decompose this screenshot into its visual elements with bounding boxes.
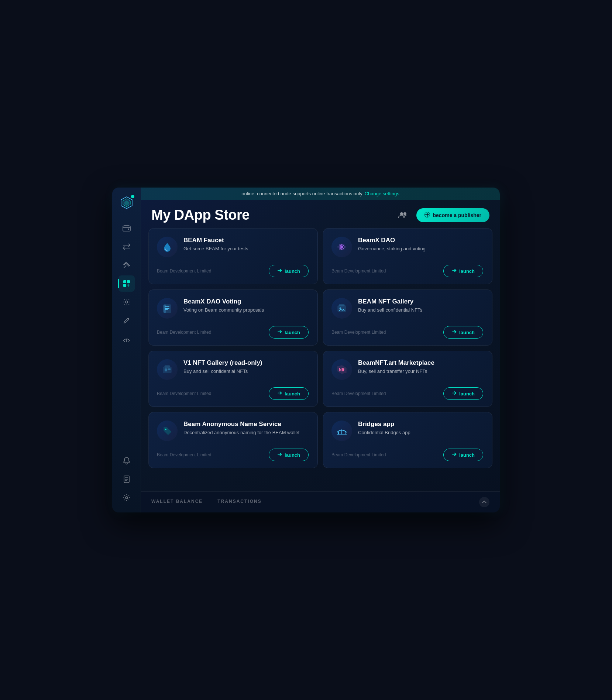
dapp-card-header: BeamX DAO Governance, staking and voting — [331, 237, 483, 257]
dapp-name-beam-nft-gallery: BEAM NFT Gallery — [358, 298, 483, 305]
launch-icon-beam-name-service — [277, 452, 282, 458]
launch-button-beamx-dao-voting[interactable]: launch — [269, 326, 309, 339]
svg-rect-4 — [128, 229, 129, 230]
dapp-footer-beamnft-art: Beam Development Limited launch — [331, 387, 483, 400]
dapp-name-v1-nft-gallery: V1 NFT Gallery (read-only) — [183, 359, 309, 367]
launch-button-beam-nft-gallery[interactable]: launch — [443, 326, 483, 339]
launch-icon-beamx-dao — [452, 268, 457, 274]
svg-rect-19 — [339, 304, 344, 306]
sidebar-item-sign[interactable] — [118, 312, 135, 329]
publisher-btn-label: become a publisher — [433, 212, 481, 218]
become-publisher-button[interactable]: become a publisher — [416, 208, 489, 222]
app-wrapper: online: connected node supports online t… — [112, 188, 500, 512]
dapp-desc-v1-nft-gallery: Buy and sell confidential NFTs — [183, 368, 309, 375]
dapp-desc-beam-name-service: Decentralized anonymous naming for the B… — [183, 429, 309, 436]
dapp-info-bridges-app: Bridges app Confidential Bridges app — [358, 421, 483, 436]
header-actions: become a publisher — [396, 208, 489, 223]
dapp-icon-beamx-dao-voting — [157, 298, 178, 319]
dapp-card-bridges-app: Bridges app Confidential Bridges app Bea… — [323, 412, 492, 468]
status-text: online: connected node supports online t… — [241, 191, 362, 196]
dapp-icon-beamx-dao — [331, 237, 352, 257]
dapp-footer-v1-nft-gallery: Beam Development Limited launch — [157, 387, 309, 400]
svg-rect-22 — [165, 366, 170, 367]
svg-point-20 — [340, 308, 341, 309]
dapp-name-beamx-dao: BeamX DAO — [358, 237, 483, 244]
app-logo — [118, 194, 135, 211]
dapp-icon-beam-name-service — [157, 421, 178, 441]
svg-marker-25 — [337, 366, 346, 374]
sidebar-item-atomic-swap[interactable] — [118, 257, 135, 273]
svg-point-12 — [403, 212, 406, 215]
sidebar-item-settings[interactable] — [118, 294, 135, 310]
dapp-card-beam-faucet: BEAM Faucet Get some BEAM for your tests… — [148, 228, 318, 284]
dapp-icon-beam-nft-gallery — [331, 298, 352, 319]
svg-point-11 — [400, 212, 403, 215]
dapp-desc-bridges-app: Confidential Bridges app — [358, 429, 483, 436]
dapp-card-beamx-dao: BeamX DAO Governance, staking and voting… — [323, 228, 492, 284]
launch-button-beam-name-service[interactable]: launch — [269, 449, 309, 461]
online-indicator — [131, 195, 134, 198]
sidebar — [112, 188, 141, 512]
svg-point-10 — [126, 497, 128, 499]
sidebar-item-report[interactable] — [118, 471, 135, 487]
page-title: My DApp Store — [151, 207, 250, 223]
launch-button-beamnft-art[interactable]: launch — [443, 387, 483, 400]
launch-button-beam-faucet[interactable]: launch — [269, 265, 309, 277]
launch-button-beamx-dao[interactable]: launch — [443, 265, 483, 277]
dapp-publisher-beam-name-service: Beam Development Limited — [157, 452, 211, 457]
dapp-card-header: BeamNFT.art Marketplace Buy, sell and tr… — [331, 359, 483, 380]
sidebar-item-app-settings[interactable] — [118, 490, 135, 506]
launch-button-v1-nft-gallery[interactable]: launch — [269, 387, 309, 400]
sidebar-item-swap[interactable] — [118, 239, 135, 255]
sidebar-item-wallet[interactable] — [118, 220, 135, 236]
dapp-footer-beamx-dao-voting: Beam Development Limited launch — [157, 326, 309, 339]
sidebar-item-dapp-store[interactable] — [118, 275, 135, 292]
dapp-name-beam-name-service: Beam Anonymous Name Service — [183, 421, 309, 428]
launch-icon-beamx-dao-voting — [277, 329, 282, 335]
dapp-footer-beamx-dao: Beam Development Limited launch — [331, 265, 483, 277]
change-settings-link[interactable]: Change settings — [365, 191, 399, 196]
people-icon-button[interactable] — [396, 208, 410, 223]
dapp-card-beamx-dao-voting: BeamX DAO Voting Voting on Beam communit… — [148, 289, 318, 346]
svg-rect-3 — [123, 226, 130, 231]
svg-rect-7 — [123, 284, 126, 287]
dapp-name-bridges-app: Bridges app — [358, 421, 483, 428]
dapp-info-beam-faucet: BEAM Faucet Get some BEAM for your tests — [183, 237, 309, 253]
tab-transactions[interactable]: TRANSACTIONS — [217, 499, 261, 505]
collapse-button[interactable] — [479, 497, 489, 507]
dapp-publisher-beam-nft-gallery: Beam Development Limited — [331, 330, 386, 335]
launch-icon-beamnft-art — [452, 391, 457, 397]
dapp-desc-beam-faucet: Get some BEAM for your tests — [183, 246, 309, 253]
dapp-card-header: BEAM NFT Gallery Buy and sell confidenti… — [331, 298, 483, 319]
dapp-icon-v1-nft-gallery — [157, 359, 178, 380]
dapp-publisher-beam-faucet: Beam Development Limited — [157, 268, 211, 274]
dapp-publisher-beamx-dao-voting: Beam Development Limited — [157, 330, 211, 335]
sidebar-item-bridge[interactable] — [118, 331, 135, 347]
dapp-desc-beamx-dao: Governance, staking and voting — [358, 246, 483, 253]
page-header: My DApp Store become a publisher — [141, 200, 500, 228]
dapp-footer-beam-faucet: Beam Development Limited launch — [157, 265, 309, 277]
dapp-card-header: Bridges app Confidential Bridges app — [331, 421, 483, 441]
dapp-card-beam-name-service: Beam Anonymous Name Service Decentralize… — [148, 412, 318, 468]
dapp-publisher-bridges-app: Beam Development Limited — [331, 452, 386, 457]
svg-point-14 — [340, 246, 343, 248]
main-content: online: connected node supports online t… — [141, 188, 500, 512]
dapp-info-v1-nft-gallery: V1 NFT Gallery (read-only) Buy and sell … — [183, 359, 309, 375]
launch-icon-v1-nft-gallery — [277, 391, 282, 397]
dapp-footer-beam-name-service: Beam Development Limited launch — [157, 449, 309, 461]
dapp-card-header: Beam Anonymous Name Service Decentralize… — [157, 421, 309, 441]
dapp-card-v1-nft-gallery: V1 NFT Gallery (read-only) Buy and sell … — [148, 351, 318, 407]
tab-wallet-balance[interactable]: WALLET BALANCE — [151, 499, 203, 505]
dapp-name-beamx-dao-voting: BeamX DAO Voting — [183, 298, 309, 305]
dapp-card-header: BEAM Faucet Get some BEAM for your tests — [157, 237, 309, 257]
dapp-info-beam-name-service: Beam Anonymous Name Service Decentralize… — [183, 421, 309, 436]
launch-button-bridges-app[interactable]: launch — [443, 449, 483, 461]
dapp-publisher-beamnft-art: Beam Development Limited — [331, 391, 386, 396]
svg-rect-23 — [165, 368, 167, 371]
dapp-card-header: V1 NFT Gallery (read-only) Buy and sell … — [157, 359, 309, 380]
dapp-info-beamx-dao: BeamX DAO Governance, staking and voting — [358, 237, 483, 253]
sidebar-item-notifications[interactable] — [118, 453, 135, 469]
publisher-btn-icon — [424, 212, 430, 219]
dapp-icon-beamnft-art — [331, 359, 352, 380]
dapp-card-beam-nft-gallery: BEAM NFT Gallery Buy and sell confidenti… — [323, 289, 492, 346]
